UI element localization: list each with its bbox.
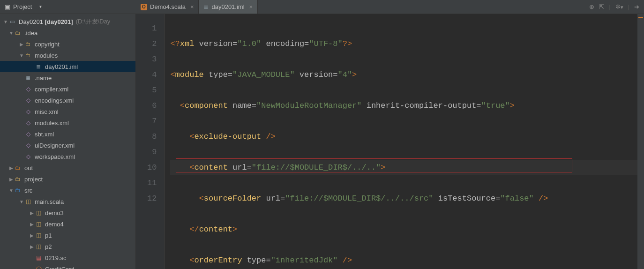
tree-item-iml[interactable]: ≣ day0201.iml	[0, 61, 135, 72]
project-toolbar: ⊕ ⇱ | ✲▾ | ➔	[589, 3, 644, 10]
xml-file-icon: ◇	[24, 142, 32, 149]
tree-item-idea[interactable]: ▼ 🗀 .idea	[0, 27, 135, 38]
tree-item-misc[interactable]: ◇ misc.xml	[0, 106, 135, 117]
expand-icon[interactable]: ▶	[19, 42, 24, 47]
tree-item-uidesigner[interactable]: ◇ uiDesigner.xml	[0, 140, 135, 151]
close-icon[interactable]: ×	[190, 3, 194, 10]
expand-icon[interactable]: ▼	[8, 30, 14, 36]
tree-item-out[interactable]: ▶ 🗀 out	[0, 162, 135, 173]
expand-icon[interactable]: ▶	[29, 210, 35, 216]
editor-tabs: O Demo4.scala × ≣ day0201.iml ×	[136, 0, 258, 14]
tree-item-creditcard[interactable]: ◯ CreditCard	[0, 263, 135, 269]
expand-icon[interactable]: ▼	[3, 19, 8, 24]
tree-item-project[interactable]: ▶ 🗀 project	[0, 173, 135, 185]
expand-icon[interactable]: ▶	[29, 233, 35, 238]
file-icon: ≣	[35, 63, 42, 70]
project-label: Project	[13, 3, 32, 10]
locate-icon[interactable]: ⊕	[589, 3, 594, 10]
package-icon: ◫	[35, 232, 42, 239]
tree-item-demo4[interactable]: ▶ ◫ demo4	[0, 218, 135, 230]
xml-file-icon: ◇	[24, 85, 32, 93]
file-icon: ≣	[24, 74, 32, 82]
package-icon: ◫	[35, 243, 42, 250]
folder-icon: 🗀	[24, 40, 32, 48]
code-content[interactable]: <?xml version="1.0" encoding="UTF-8"?> <…	[165, 14, 637, 269]
tree-label: Day0201 [day0201]	[19, 18, 73, 25]
expand-icon[interactable]: ▼	[19, 199, 24, 204]
folder-icon: 🗀	[24, 52, 32, 59]
expand-icon[interactable]: ▶	[8, 165, 14, 171]
line-gutter[interactable]: 1 2 3 4 5 6 7 8 9 10 11 12	[136, 14, 165, 269]
tree-item-modules[interactable]: ▼ 🗀 modules	[0, 50, 135, 61]
tree-item-name[interactable]: ≣ .name	[0, 72, 135, 83]
xml-file-icon: ◇	[24, 108, 32, 115]
worksheet-icon: ▤	[35, 254, 42, 262]
expand-icon[interactable]: ▶	[8, 177, 14, 182]
package-icon: ◫	[35, 209, 42, 217]
xml-file-icon: ◇	[24, 119, 32, 127]
module-icon: ▭	[8, 18, 16, 25]
chevron-down-icon: ▼	[38, 5, 42, 9]
tree-item-p1[interactable]: ▶ ◫ p1	[0, 230, 135, 241]
warning-marker[interactable]	[638, 17, 643, 18]
package-icon: ◫	[24, 198, 32, 205]
tab-iml[interactable]: ≣ day0201.iml ×	[199, 0, 258, 14]
tree-item-copyright[interactable]: ▶ 🗀 copyright	[0, 38, 135, 50]
src-folder-icon: 🗀	[14, 187, 22, 194]
tree-path: (D:\开发\Day	[76, 17, 111, 26]
expand-icon[interactable]: ▶	[29, 244, 35, 249]
package-icon: ◫	[35, 220, 42, 228]
editor-area: O Demo4.scala × ≣ day0201.iml × 1 2 3 4 …	[136, 14, 644, 269]
tree-root[interactable]: ▼ ▭ Day0201 [day0201] (D:\开发\Day	[0, 16, 135, 27]
tree-item-encodings[interactable]: ◇ encodings.xml	[0, 95, 135, 106]
tree-item-compiler[interactable]: ◇ compiler.xml	[0, 83, 135, 95]
close-icon[interactable]: ×	[249, 3, 253, 10]
expand-icon[interactable]: ▼	[8, 188, 14, 193]
xml-file-icon: ◇	[24, 97, 32, 104]
expand-icon[interactable]: ▶	[29, 222, 35, 227]
tree-item-workspace[interactable]: ◇ workspace.xml	[0, 151, 135, 162]
folder-icon: 🗀	[14, 164, 22, 172]
tree-item-src[interactable]: ▼ 🗀 src	[0, 185, 135, 196]
scala-object-icon: O	[141, 4, 147, 10]
tree-item-sbt[interactable]: ◇ sbt.xml	[0, 128, 135, 140]
code-editor[interactable]: 1 2 3 4 5 6 7 8 9 10 11 12 <?xml version…	[136, 14, 644, 269]
error-stripe[interactable]	[637, 14, 644, 269]
gear-icon[interactable]: ✲▾	[615, 3, 623, 10]
tree-item-mainscala[interactable]: ▼ ◫ main.scala	[0, 196, 135, 207]
xml-file-icon: ◇	[24, 130, 32, 138]
tree-item-demo3[interactable]: ▶ ◫ demo3	[0, 207, 135, 218]
folder-icon: 🗀	[14, 175, 22, 183]
tab-demo4[interactable]: O Demo4.scala ×	[136, 0, 199, 14]
hide-icon[interactable]: ➔	[634, 3, 639, 10]
expand-icon[interactable]: ▼	[19, 53, 24, 58]
tree-item-p2[interactable]: ▶ ◫ p2	[0, 241, 135, 252]
project-dropdown[interactable]: ▣ Project ▼	[0, 0, 47, 14]
file-icon: ≣	[203, 3, 209, 10]
scala-object-icon: ◯	[35, 265, 42, 269]
project-icon: ▣	[5, 3, 10, 10]
tree-item-modulesxml[interactable]: ◇ modules.xml	[0, 117, 135, 128]
tree-item-0219sc[interactable]: ▤ 0219.sc	[0, 252, 135, 263]
xml-file-icon: ◇	[24, 153, 32, 160]
folder-icon: 🗀	[14, 29, 22, 37]
project-tree[interactable]: ▼ ▭ Day0201 [day0201] (D:\开发\Day ▼ 🗀 .id…	[0, 14, 136, 269]
collapse-icon[interactable]: ⇱	[599, 3, 604, 10]
